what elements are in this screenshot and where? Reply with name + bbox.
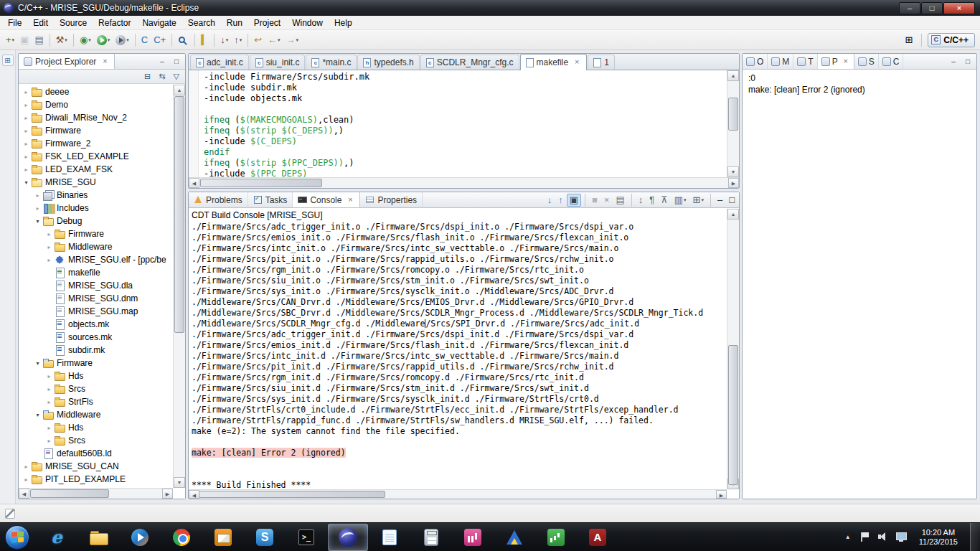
show-hidden-icons-button[interactable]: ▲ xyxy=(843,532,853,542)
menu-edit[interactable]: Edit xyxy=(27,17,54,29)
minimize-view-button[interactable]: – xyxy=(947,56,960,67)
previous-annotation-button[interactable]: ↑▾ xyxy=(231,32,245,48)
explorer-scroll-thumb[interactable] xyxy=(174,96,184,333)
taskbar-button-media-player[interactable] xyxy=(120,524,160,551)
menu-source[interactable]: Source xyxy=(54,17,93,29)
tree-item-led-exam-fsk[interactable]: ▸LED_EXAM_FSK xyxy=(19,163,173,176)
close-view-icon[interactable]: × xyxy=(100,57,109,66)
tree-item-makefile[interactable]: makefile xyxy=(19,266,173,279)
forward-button[interactable]: →▾ xyxy=(283,32,302,48)
close-window-button[interactable]: × xyxy=(943,2,975,14)
tree-item-middleware[interactable]: ▾Middleware xyxy=(19,408,173,421)
menu-run[interactable]: Run xyxy=(221,17,248,29)
minimize-view-button[interactable]: – xyxy=(156,56,169,67)
system-clock[interactable]: 10:20 AM 11/23/2015 xyxy=(913,528,963,547)
start-button[interactable] xyxy=(5,525,29,550)
tree-item-subdir-mk[interactable]: subdir.mk xyxy=(19,344,173,357)
tree-expand-arrow[interactable]: ▸ xyxy=(44,399,54,405)
action-center-icon[interactable] xyxy=(859,532,871,542)
tree-expand-arrow[interactable]: ▸ xyxy=(22,128,31,134)
minimize-view-button[interactable]: – xyxy=(715,194,725,207)
volume-icon[interactable] xyxy=(877,532,889,542)
editor-body[interactable]: -include Firmware/Srcs/subdir.mk-include… xyxy=(189,70,739,177)
tab-search-view[interactable]: S xyxy=(854,54,879,69)
console-scroll-thumb[interactable] xyxy=(199,491,385,498)
editor-tab-typedefs-h[interactable]: htypedefs.h xyxy=(357,55,419,70)
new-cpp-project-button[interactable]: C+ xyxy=(151,32,169,48)
editor-horizontal-scrollbar[interactable]: ◀▶ xyxy=(189,177,739,188)
new-wizard-button[interactable]: +▾ xyxy=(3,32,17,48)
tree-item-objects-mk[interactable]: objects.mk xyxy=(19,318,173,331)
explorer-vertical-scrollbar[interactable]: ▲▼ xyxy=(173,85,185,488)
editor-scroll-thumb[interactable] xyxy=(200,179,322,187)
tree-item-mrise-sgu[interactable]: ▾MRISE_SGU xyxy=(19,176,173,189)
word-wrap-button[interactable]: ¶ xyxy=(646,194,657,207)
maximize-view-button[interactable]: □ xyxy=(726,194,738,207)
explorer-scroll-thumb[interactable] xyxy=(30,489,109,498)
editor-scroll-left-button[interactable]: ◀ xyxy=(189,178,199,188)
editor-tab-scdlr-mngr-cfg-c[interactable]: cSCDLR_Mngr_cfg.c xyxy=(420,55,519,70)
menu-navigate[interactable]: Navigate xyxy=(136,17,182,29)
tree-item-debug[interactable]: ▾Debug xyxy=(19,215,173,227)
tree-expand-arrow[interactable]: ▸ xyxy=(22,476,31,483)
console-scroll-right-button[interactable]: ▶ xyxy=(716,490,727,499)
taskbar-button-eclipse[interactable] xyxy=(328,524,368,551)
tree-expand-arrow[interactable]: ▸ xyxy=(22,463,31,470)
explorer-horizontal-scrollbar[interactable]: ◀▶ xyxy=(19,488,173,499)
tab-make-targets-view[interactable]: M xyxy=(768,54,793,69)
tree-item-firmware[interactable]: ▸Firmware xyxy=(19,124,173,137)
open-perspective-button[interactable]: ⊞ xyxy=(902,32,915,48)
tree-expand-arrow[interactable]: ▸ xyxy=(44,373,54,380)
perspective-cpp-button[interactable]: C/C++ xyxy=(928,33,975,47)
show-console-on-output-button[interactable]: ▣ xyxy=(567,194,581,207)
taskbar-button-codewarrior[interactable] xyxy=(494,524,534,551)
tree-expand-arrow[interactable]: ▸ xyxy=(33,192,42,199)
tree-item-fsk-led-example[interactable]: ▸FSK_LED_EXAMPLE xyxy=(19,150,173,163)
tree-expand-arrow[interactable]: ▸ xyxy=(44,244,54,250)
tree-collapse-arrow[interactable]: ▾ xyxy=(33,218,42,225)
console-scroll-left-button[interactable]: ◀ xyxy=(189,490,199,499)
tree-item-mrise-sgu-elf-ppc-be[interactable]: ▸MRISE_SGU.elf - [ppc/be xyxy=(19,253,173,266)
tree-expand-arrow[interactable]: ▸ xyxy=(22,115,31,121)
tree-expand-arrow[interactable]: ▸ xyxy=(44,425,54,431)
tree-item-binaries[interactable]: ▸Binaries xyxy=(19,189,173,202)
build-all-button[interactable]: ⚒▾ xyxy=(53,32,70,48)
taskbar-button-pink-tool[interactable] xyxy=(453,524,493,551)
tree-item-firmware[interactable]: ▾Firmware xyxy=(19,357,173,369)
external-tools-button[interactable]: ▾ xyxy=(113,32,132,48)
collapse-all-button[interactable]: ⊟ xyxy=(141,70,154,83)
next-annotation-button[interactable]: ↓▾ xyxy=(217,32,231,48)
menu-search[interactable]: Search xyxy=(182,17,221,29)
editor-tab-1[interactable]: 1 xyxy=(588,55,615,70)
search-button[interactable] xyxy=(175,32,192,48)
menu-help[interactable]: Help xyxy=(329,17,358,29)
taskbar-button-internet-explorer[interactable]: e xyxy=(37,524,77,551)
tree-expand-arrow[interactable]: ▸ xyxy=(44,257,54,263)
pin-console-button[interactable]: ⊼ xyxy=(658,194,671,207)
editor-scroll-right-button[interactable]: ▶ xyxy=(728,178,739,188)
tree-expand-arrow[interactable]: ▸ xyxy=(22,166,31,173)
tab-outline-view[interactable]: O xyxy=(743,54,768,69)
show-desktop-button[interactable] xyxy=(970,523,980,551)
explorer-scroll-up-button[interactable]: ▲ xyxy=(174,85,185,95)
scroll-to-top-button[interactable]: ↑ xyxy=(555,194,566,207)
tree-item-mrise-sgu-dnm[interactable]: MRISE_SGU.dnm xyxy=(19,292,173,305)
scroll-lock-button[interactable]: ↕ xyxy=(636,194,646,207)
mark-occurrences-button[interactable]: ▍ xyxy=(198,32,211,48)
tree-expand-arrow[interactable]: ▸ xyxy=(22,141,31,147)
maximize-view-button[interactable]: □ xyxy=(961,56,974,67)
new-c-source-button[interactable]: C xyxy=(138,32,151,48)
console-horizontal-scrollbar[interactable]: ◀▶ xyxy=(189,489,727,499)
console-scroll-thumb[interactable] xyxy=(728,345,738,485)
editor-tab-makefile[interactable]: makefile× xyxy=(520,54,588,70)
tree-item-mrise-sgu-map[interactable]: MRISE_SGU.map xyxy=(19,305,173,318)
tree-item-middleware[interactable]: ▸Middleware xyxy=(19,240,173,253)
tab-problem-details-view[interactable]: P× xyxy=(818,54,854,69)
menu-window[interactable]: Window xyxy=(286,17,329,29)
tree-item-strtfls[interactable]: ▸StrtFls xyxy=(19,395,173,408)
editor-scroll-up-button[interactable]: ▲ xyxy=(727,70,739,81)
console-scroll-up-button[interactable]: ▲ xyxy=(727,209,739,220)
close-tab-icon[interactable]: × xyxy=(842,57,850,66)
tree-expand-arrow[interactable]: ▸ xyxy=(44,386,54,392)
tree-item-demo[interactable]: ▸Demo xyxy=(19,98,173,111)
